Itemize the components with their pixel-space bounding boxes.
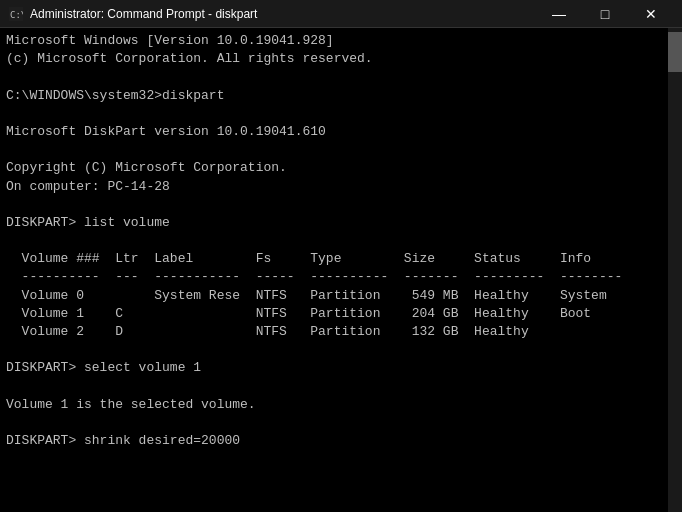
- scrollbar-thumb[interactable]: [668, 32, 682, 72]
- terminal-line: DISKPART> list volume: [6, 214, 660, 232]
- terminal-line: [6, 505, 660, 512]
- terminal-line: DISKPART> shrink desired=20000: [6, 432, 660, 450]
- terminal-line: DISKPART> select volume 1: [6, 359, 660, 377]
- terminal-line: Microsoft Windows [Version 10.0.19041.92…: [6, 32, 660, 50]
- terminal-body[interactable]: Microsoft Windows [Version 10.0.19041.92…: [0, 28, 682, 512]
- cmd-icon: C:\: [8, 6, 24, 22]
- terminal-line: Volume 1 is the selected volume.: [6, 396, 660, 414]
- minimize-button[interactable]: —: [536, 0, 582, 28]
- terminal-content: Microsoft Windows [Version 10.0.19041.92…: [6, 32, 676, 512]
- terminal-line: [6, 450, 660, 468]
- terminal-line: [6, 68, 660, 86]
- terminal-line: Volume 2 D NTFS Partition 132 GB Healthy: [6, 323, 660, 341]
- terminal-line: [6, 232, 660, 250]
- terminal-line: ---------- --- ----------- ----- -------…: [6, 268, 660, 286]
- terminal-line: On computer: PC-14-28: [6, 178, 660, 196]
- terminal-line: [6, 378, 660, 396]
- terminal-line: [6, 341, 660, 359]
- terminal-line: Volume 0 System Rese NTFS Partition 549 …: [6, 287, 660, 305]
- terminal-line: [6, 487, 660, 505]
- svg-text:C:\: C:\: [10, 10, 23, 20]
- terminal-line: [6, 414, 660, 432]
- terminal-line: [6, 105, 660, 123]
- title-bar-text: Administrator: Command Prompt - diskpart: [30, 7, 536, 21]
- terminal-line: [6, 469, 660, 487]
- close-button[interactable]: ✕: [628, 0, 674, 28]
- terminal-line: Microsoft DiskPart version 10.0.19041.61…: [6, 123, 660, 141]
- terminal-line: Volume 1 C NTFS Partition 204 GB Healthy…: [6, 305, 660, 323]
- terminal-line: [6, 141, 660, 159]
- terminal-line: (c) Microsoft Corporation. All rights re…: [6, 50, 660, 68]
- terminal-line: Volume ### Ltr Label Fs Type Size Status…: [6, 250, 660, 268]
- terminal-line: [6, 196, 660, 214]
- window: C:\ Administrator: Command Prompt - disk…: [0, 0, 682, 512]
- title-bar-controls: — □ ✕: [536, 0, 674, 28]
- title-bar: C:\ Administrator: Command Prompt - disk…: [0, 0, 682, 28]
- terminal-line: Copyright (C) Microsoft Corporation.: [6, 159, 660, 177]
- maximize-button[interactable]: □: [582, 0, 628, 28]
- terminal-line: C:\WINDOWS\system32>diskpart: [6, 87, 660, 105]
- scrollbar[interactable]: [668, 28, 682, 512]
